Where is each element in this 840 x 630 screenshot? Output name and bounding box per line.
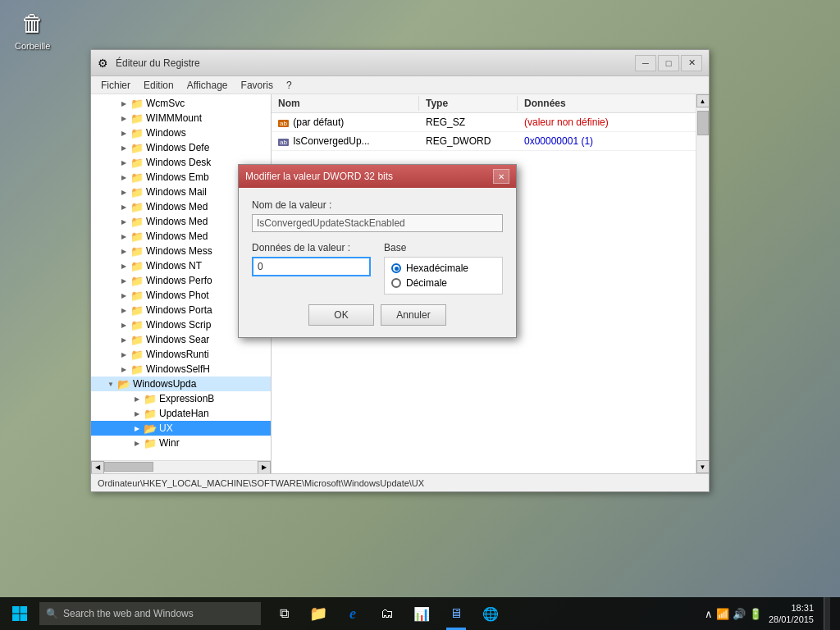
expand-icon: ▶: [130, 407, 144, 420]
windows-logo-icon: [11, 605, 28, 622]
desktop: 🗑 Corbeille ⚙ Éditeur du Registre ─ □ ✕ …: [0, 0, 840, 630]
expand-icon: ▼: [104, 377, 117, 390]
taskbar-app-taskview[interactable]: ⧉: [267, 597, 300, 630]
list-row-isconverged[interactable]: ab IsConvergedUp... REG_DWORD 0x00000001…: [272, 132, 696, 151]
expand-icon: ▶: [117, 333, 130, 346]
start-button[interactable]: [3, 597, 36, 630]
radio-dot: [395, 267, 399, 271]
tree-item-wupdate[interactable]: ▼ 📂 WindowsUpda: [91, 377, 271, 391]
expand-icon: ▶: [117, 215, 130, 228]
tree-item-wimmount[interactable]: ▶ 📁 WIMMMount: [91, 111, 271, 126]
tree-vscrollbar[interactable]: ▲ ▼: [696, 94, 709, 473]
taskbar-app-office[interactable]: 📊: [405, 597, 438, 630]
value-data-input[interactable]: [252, 257, 371, 276]
date: 28/01/2015: [769, 614, 814, 625]
expand-icon: ▶: [130, 392, 144, 405]
tree-label: Windows Emb: [146, 171, 209, 183]
folder-icon: 📁: [130, 245, 144, 258]
base-label: Base: [384, 242, 503, 253]
dialog-row: Données de la valeur : Base Hexadécimale: [252, 242, 503, 294]
menu-favorites[interactable]: Favoris: [235, 78, 280, 93]
tree-label: Windows Med: [146, 216, 208, 227]
maximize-button[interactable]: □: [658, 55, 679, 71]
vscroll-thumb[interactable]: [697, 111, 709, 135]
dialog-title: Modifier la valeur DWORD 32 bits: [245, 171, 493, 182]
folder-icon: 📁: [130, 319, 144, 331]
folder-icon: 📁: [130, 157, 144, 169]
minimize-button[interactable]: ─: [635, 55, 656, 71]
svg-rect-1: [21, 606, 28, 614]
tree-label: UpdateHan: [159, 408, 209, 419]
menu-file[interactable]: Fichier: [94, 78, 137, 93]
cancel-button[interactable]: Annuler: [381, 304, 446, 326]
taskbar-app-files[interactable]: 🗂: [371, 597, 404, 630]
hscroll-thumb[interactable]: [104, 462, 153, 472]
folder-icon: 📁: [130, 127, 144, 139]
scroll-right-btn[interactable]: ▶: [258, 461, 271, 474]
search-box[interactable]: 🔍 Search the web and Windows: [39, 602, 261, 625]
tree-item-windows[interactable]: ▶ 📁 Windows: [91, 126, 271, 140]
scroll-up-btn[interactable]: ▲: [696, 94, 710, 107]
folder-icon: 📁: [130, 186, 144, 199]
value-data: (valeur non définie): [518, 115, 696, 130]
tree-label: Windows: [146, 127, 186, 139]
taskbar-app-regedit[interactable]: 🖥: [440, 597, 472, 630]
tree-label: Windows Desk: [146, 157, 211, 168]
scroll-left-btn[interactable]: ◀: [91, 461, 104, 474]
base-col: Base Hexadécimale Décimale: [384, 242, 503, 294]
tree-item-updatehan[interactable]: ▶ 📁 UpdateHan: [91, 406, 271, 421]
taskview-icon: ⧉: [280, 606, 289, 621]
close-button[interactable]: ✕: [681, 55, 702, 71]
scroll-down-btn[interactable]: ▼: [696, 460, 710, 473]
tree-label: Winr: [159, 437, 180, 449]
regedit-icon: 🖥: [450, 606, 463, 621]
chevron-up-icon[interactable]: ∧: [705, 608, 713, 620]
radio-hex[interactable]: Hexadécimale: [391, 262, 495, 274]
expand-icon: ▶: [117, 259, 130, 272]
menu-view[interactable]: Affichage: [180, 78, 235, 93]
expand-icon: ▶: [117, 156, 130, 169]
office-icon: 📊: [413, 606, 430, 622]
statusbar-text: Ordinateur\HKEY_LOCAL_MACHINE\SOFTWARE\M…: [98, 478, 424, 488]
taskbar-app-explorer[interactable]: 📁: [302, 597, 335, 630]
window-controls: ─ □ ✕: [635, 55, 702, 71]
tree-item-wselfh[interactable]: ▶ 📁 WindowsSelfH: [91, 362, 271, 377]
expand-icon: ▶: [117, 185, 130, 199]
folder-icon: 📁: [130, 304, 144, 317]
folder-icon: 📁: [130, 171, 144, 184]
ok-button[interactable]: OK: [308, 304, 374, 326]
tree-item-winr[interactable]: ▶ 📁 Winr: [91, 436, 271, 450]
tree-label: Windows Med: [146, 231, 208, 242]
tree-label: Windows Phot: [146, 290, 209, 301]
folder-icon: 📁: [130, 349, 144, 361]
tree-item-wdefe[interactable]: ▶ 📁 Windows Defe: [91, 140, 271, 155]
svg-rect-0: [12, 606, 20, 614]
dword-icon: ab: [278, 139, 289, 146]
radio-dec[interactable]: Décimale: [391, 277, 495, 289]
dialog-close-button[interactable]: ✕: [493, 169, 509, 184]
menu-help[interactable]: ?: [280, 78, 299, 93]
expand-icon: ▶: [130, 436, 144, 450]
tree-hscrollbar[interactable]: ◀ ▶: [91, 460, 271, 473]
clock[interactable]: 18:31 28/01/2015: [769, 602, 814, 626]
volume-icon[interactable]: 🔊: [733, 608, 746, 620]
tree-label: Windows Med: [146, 201, 208, 212]
expand-icon: ▶: [117, 112, 130, 125]
tree-item-expressionb[interactable]: ▶ 📁 ExpressionB: [91, 391, 271, 406]
tree-item-wcmsvc[interactable]: ▶ 📁 WcmSvc: [91, 96, 271, 111]
list-row-default[interactable]: ab (par défaut) REG_SZ (valeur non défin…: [272, 113, 696, 132]
folder-icon: 📁: [130, 260, 144, 272]
menu-edit[interactable]: Edition: [137, 78, 180, 93]
battery-icon[interactable]: 🔋: [749, 608, 762, 620]
recycle-bin-icon[interactable]: 🗑 Corbeille: [15, 7, 50, 51]
expand-icon: ▶: [117, 200, 130, 213]
taskbar-app-network[interactable]: 🌐: [474, 597, 507, 630]
tree-item-ux[interactable]: ▶ 📂 UX: [91, 421, 271, 436]
network-tray-icon[interactable]: 📶: [716, 608, 729, 620]
folder-icon: 📁: [130, 216, 144, 228]
taskbar-app-ie[interactable]: e: [336, 597, 369, 630]
tree-item-wrunti[interactable]: ▶ 📁 WindowsRunti: [91, 347, 271, 362]
show-desktop-button[interactable]: [824, 597, 830, 630]
recycle-bin-label: Corbeille: [15, 41, 50, 51]
tree-label: WcmSvc: [146, 98, 185, 109]
